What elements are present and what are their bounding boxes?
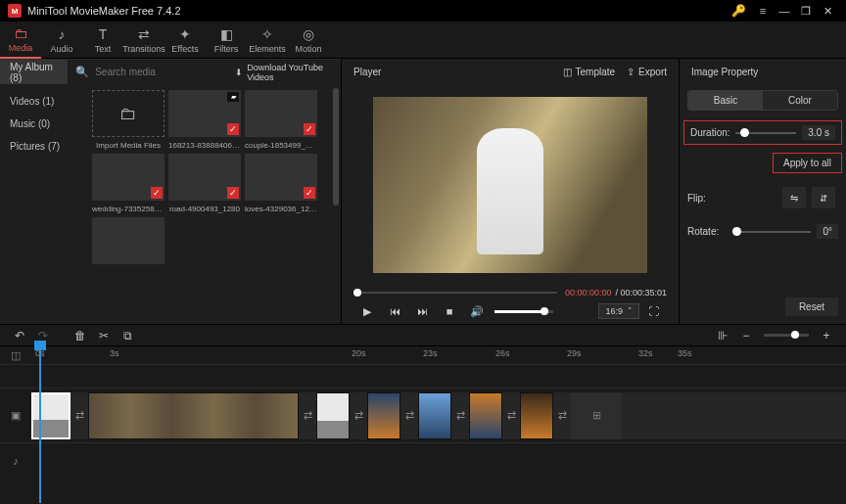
sidebar-item-videos[interactable]: Videos (1): [0, 90, 88, 113]
fullscreen-button[interactable]: ⛶: [643, 301, 663, 321]
timeline-clip[interactable]: [418, 392, 451, 439]
tab-media[interactable]: 🗀Media: [0, 22, 41, 59]
aspect-ratio-select[interactable]: 16:9 ˅: [598, 303, 639, 319]
tab-text[interactable]: TText: [82, 22, 123, 59]
timeline-clip[interactable]: [367, 392, 400, 439]
media-thumb[interactable]: ✓road-4900493_1280: [168, 154, 241, 213]
media-thumb[interactable]: [92, 217, 164, 268]
maximize-icon[interactable]: ❐: [795, 0, 817, 22]
sidebar-item-pictures[interactable]: Pictures (7): [0, 135, 88, 158]
tab-audio[interactable]: ♪Audio: [41, 22, 82, 59]
timeline-clip[interactable]: [31, 392, 70, 439]
video-track: ▣ ⇄ ⇄ ⇄ ⇄ ⇄ ⇄ ⇄ ⊞: [0, 388, 846, 442]
play-button[interactable]: ▶: [357, 301, 377, 321]
effects-icon: ✦: [179, 26, 191, 42]
license-key-icon[interactable]: 🔑: [731, 4, 746, 18]
main-area: My Album (8) 🔍 ⬇ Download YouTube Videos…: [0, 59, 846, 324]
zoom-out-button[interactable]: −: [734, 325, 758, 346]
speed-icon[interactable]: ⊪: [711, 325, 734, 346]
download-youtube-link[interactable]: ⬇ Download YouTube Videos: [227, 60, 341, 84]
property-tab-basic[interactable]: Basic: [688, 91, 763, 110]
stop-button[interactable]: ■: [440, 301, 459, 321]
duration-value[interactable]: 3.0 s: [802, 125, 835, 140]
transition-slot[interactable]: ⇄: [350, 392, 367, 439]
flip-horizontal-button[interactable]: ⇋: [782, 187, 806, 208]
timeline-clip[interactable]: [520, 392, 553, 439]
video-track-icon[interactable]: ▣: [0, 409, 31, 422]
search-icon: 🔍: [75, 66, 89, 78]
time-current: 00:00:00:00: [565, 288, 612, 298]
timeline-clip[interactable]: [316, 392, 350, 439]
sidebar-item-music[interactable]: Music (0): [0, 113, 88, 135]
elements-icon: ✧: [261, 26, 273, 42]
duration-slider[interactable]: [735, 132, 796, 134]
media-thumb[interactable]: ✓wedding-7335258_...: [92, 154, 164, 213]
zoom-slider[interactable]: [764, 334, 809, 337]
delete-button[interactable]: 🗑: [69, 325, 92, 346]
search-input-wrap[interactable]: 🔍: [68, 60, 227, 84]
timeline-clip[interactable]: [469, 392, 502, 439]
media-thumb[interactable]: ▰✓168213-838884062...: [168, 90, 241, 150]
media-grid: 🗀Import Media Files ▰✓168213-838884062..…: [88, 84, 341, 274]
transition-slot[interactable]: ⇄: [502, 392, 520, 439]
video-badge-icon: ▰: [227, 92, 239, 102]
apply-to-all-button[interactable]: Apply to all: [773, 153, 842, 173]
minimize-icon[interactable]: —: [774, 0, 795, 22]
audio-track-icon[interactable]: ♪: [0, 455, 31, 467]
spacer-track: [0, 364, 846, 388]
reset-button[interactable]: Reset: [785, 298, 838, 316]
import-media-tile[interactable]: 🗀Import Media Files: [92, 90, 164, 150]
time-ruler[interactable]: 0s 3s 20s 23s 26s 29s 32s 35s: [31, 346, 846, 364]
undo-button[interactable]: ↶: [8, 325, 31, 346]
split-button[interactable]: ✂: [92, 325, 116, 346]
add-clip-button[interactable]: ⊞: [571, 392, 622, 439]
tab-filters[interactable]: ◧Filters: [206, 22, 247, 59]
timeline-clip[interactable]: [88, 392, 299, 439]
search-input[interactable]: [95, 67, 219, 77]
volume-slider[interactable]: [494, 310, 553, 313]
menu-icon[interactable]: ≡: [752, 0, 774, 22]
app-title: MiniTool MovieMaker Free 7.4.2: [27, 5, 731, 17]
media-header: My Album (8) 🔍 ⬇ Download YouTube Videos: [0, 59, 341, 84]
note-icon: ♪: [59, 26, 66, 42]
crop-button[interactable]: ⧉: [116, 325, 139, 346]
template-button[interactable]: ◫Template: [563, 67, 616, 77]
transition-slot[interactable]: ⇄: [553, 392, 571, 439]
scrollbar[interactable]: [333, 88, 339, 206]
album-dropdown[interactable]: My Album (8): [0, 60, 68, 84]
rotate-slider[interactable]: [732, 231, 811, 233]
tab-elements[interactable]: ✧Elements: [247, 22, 288, 59]
transition-slot[interactable]: ⇄: [400, 392, 418, 439]
flip-label: Flip:: [687, 193, 727, 204]
media-thumb[interactable]: ✓loves-4329036_1280: [245, 154, 317, 213]
category-tabs: 🗀Media ♪Audio TText ⇄Transitions ✦Effect…: [0, 22, 846, 59]
titlebar: M MiniTool MovieMaker Free 7.4.2 🔑 ≡ — ❐…: [0, 0, 846, 22]
player-header: Player ◫Template ⇪Export: [342, 59, 679, 84]
prev-frame-button[interactable]: ⏮: [385, 301, 404, 321]
media-thumb[interactable]: ✓couple-1853499_12...: [245, 90, 317, 150]
next-frame-button[interactable]: ⏭: [412, 301, 432, 321]
progress-bar[interactable]: [353, 292, 557, 294]
flip-vertical-button[interactable]: ⇵: [812, 187, 835, 208]
preview-viewport[interactable]: [373, 97, 647, 273]
folder-icon: 🗀: [92, 90, 164, 137]
tab-motion[interactable]: ◎Motion: [288, 22, 329, 59]
transition-slot[interactable]: ⇄: [70, 392, 88, 439]
close-icon[interactable]: ✕: [817, 0, 838, 22]
check-icon: ✓: [227, 123, 239, 135]
volume-icon[interactable]: 🔊: [467, 301, 487, 321]
audio-track: ♪: [0, 442, 846, 478]
motion-icon: ◎: [303, 26, 314, 42]
property-tab-color[interactable]: Color: [763, 91, 837, 110]
duration-row: Duration: 3.0 s: [683, 120, 842, 145]
transition-slot[interactable]: ⇄: [299, 392, 316, 439]
tab-transitions[interactable]: ⇄Transitions: [123, 22, 164, 59]
export-button[interactable]: ⇪Export: [627, 67, 667, 77]
transition-slot[interactable]: ⇄: [451, 392, 469, 439]
player-panel: Player ◫Template ⇪Export 00:00:00:00 / 0…: [341, 59, 680, 324]
tab-effects[interactable]: ✦Effects: [164, 22, 206, 59]
playhead[interactable]: [39, 346, 41, 503]
rotate-value[interactable]: 0°: [817, 224, 838, 239]
zoom-in-button[interactable]: +: [815, 325, 838, 346]
thumbnail-mode-icon[interactable]: ◫: [0, 346, 31, 364]
